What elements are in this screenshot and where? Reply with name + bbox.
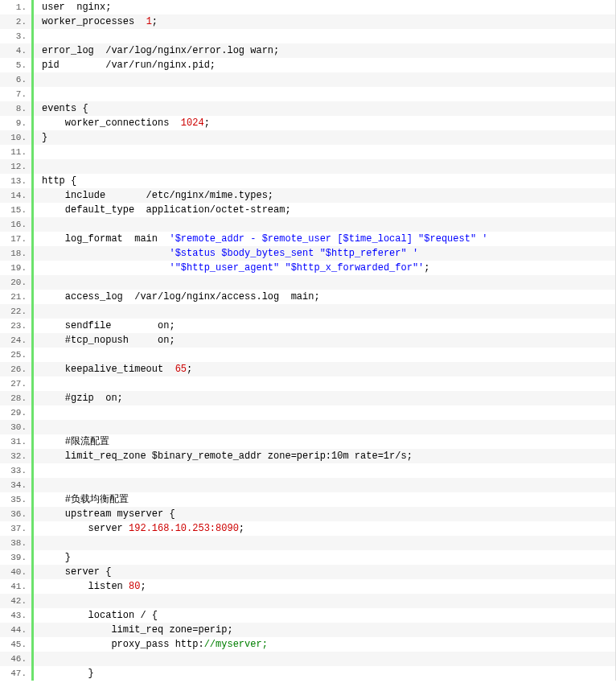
code-content: server 192.168.10.253:8090; — [34, 521, 244, 536]
code-content — [34, 217, 42, 232]
code-content: #gzip on; — [34, 391, 123, 405]
code-content — [34, 536, 42, 550]
line-number: 7. — [0, 87, 34, 101]
token: ; — [204, 117, 210, 129]
token: 1 — [146, 16, 152, 27]
code-content: pid /var/run/nginx.pid; — [34, 58, 216, 72]
line-number: 5. — [0, 58, 34, 72]
token: 80 — [129, 581, 140, 592]
line-number: 29. — [0, 405, 34, 420]
token: #负载均衡配置 — [42, 494, 129, 505]
code-line: 6. — [0, 72, 615, 87]
line-number: 34. — [0, 478, 34, 492]
code-content: '$status $body_bytes_sent "$http_referer… — [34, 246, 418, 261]
token: 1024 — [181, 117, 204, 129]
token: '$remote_addr - $remote_user [$time_loca… — [169, 233, 487, 245]
code-content — [34, 29, 42, 43]
code-content: } — [34, 130, 47, 145]
line-number: 24. — [0, 333, 34, 348]
token: listen — [42, 581, 129, 592]
code-line: 46. — [0, 652, 615, 666]
line-number: 27. — [0, 376, 34, 391]
code-content: error_log /var/log/nginx/error.log warn; — [34, 43, 279, 58]
line-number: 13. — [0, 174, 34, 188]
code-line: 16. — [0, 217, 615, 232]
code-line: 21. access_log /var/log/nginx/access.log… — [0, 290, 615, 304]
code-content: limit_req zone=perip; — [34, 623, 233, 637]
line-number: 43. — [0, 608, 34, 623]
code-line: 25. — [0, 348, 615, 362]
code-line: 13.http { — [0, 174, 615, 188]
code-line: 43. location / { — [0, 608, 615, 623]
token: ; — [239, 523, 244, 534]
code-line: 40. server { — [0, 565, 615, 579]
code-content — [34, 87, 42, 101]
code-content — [34, 652, 42, 666]
code-content — [34, 72, 42, 87]
code-line: 22. — [0, 304, 615, 319]
token: } — [42, 132, 47, 143]
line-number: 33. — [0, 463, 34, 478]
line-number: 35. — [0, 492, 34, 507]
token: events { — [42, 103, 88, 114]
line-number: 44. — [0, 623, 34, 637]
code-line: 17. log_format main '$remote_addr - $rem… — [0, 232, 615, 246]
code-line: 8.events { — [0, 101, 615, 116]
code-line: 12. — [0, 159, 615, 174]
token: include /etc/nginx/mime.types; — [42, 190, 273, 201]
code-line: 27. — [0, 376, 615, 391]
code-content: #限流配置 — [34, 434, 109, 449]
code-line: 34. — [0, 478, 615, 492]
code-content: http { — [34, 174, 76, 188]
token: default_type application/octet-stream; — [42, 204, 291, 216]
code-content: #负载均衡配置 — [34, 492, 129, 507]
token: upstream myserver { — [42, 508, 175, 520]
code-content — [34, 159, 42, 174]
line-number: 45. — [0, 637, 34, 652]
line-number: 20. — [0, 275, 34, 290]
line-number: 6. — [0, 72, 34, 87]
code-content: proxy_pass http://myserver; — [34, 637, 268, 652]
code-line: 37. server 192.168.10.253:8090; — [0, 521, 615, 536]
line-number: 37. — [0, 521, 34, 536]
code-line: 20. — [0, 275, 615, 290]
code-content: access_log /var/log/nginx/access.log mai… — [34, 290, 320, 304]
line-number: 47. — [0, 666, 34, 681]
token: ; — [187, 364, 192, 375]
line-number: 10. — [0, 130, 34, 145]
line-number: 39. — [0, 550, 34, 565]
code-line: 36. upstream myserver { — [0, 507, 615, 521]
code-line: 18. '$status $body_bytes_sent "$http_ref… — [0, 246, 615, 261]
token: error_log /var/log/nginx/error.log warn; — [42, 45, 279, 56]
code-line: 39. } — [0, 550, 615, 565]
line-number: 2. — [0, 14, 34, 29]
line-number: 16. — [0, 217, 34, 232]
token: access_log /var/log/nginx/access.log mai… — [42, 291, 320, 302]
code-line: 26. keepalive_timeout 65; — [0, 362, 615, 376]
line-number: 28. — [0, 391, 34, 405]
code-content — [34, 145, 42, 159]
line-number: 32. — [0, 449, 34, 463]
line-number: 19. — [0, 261, 34, 275]
line-number: 21. — [0, 290, 34, 304]
token: } — [42, 668, 94, 679]
token: limit_req_zone $binary_remote_addr zone=… — [42, 451, 413, 462]
line-number: 14. — [0, 188, 34, 203]
line-number: 8. — [0, 101, 34, 116]
code-content: user nginx; — [34, 0, 111, 14]
code-line: 11. — [0, 145, 615, 159]
code-content — [34, 420, 42, 434]
token: } — [42, 552, 71, 563]
code-content: include /etc/nginx/mime.types; — [34, 188, 273, 203]
code-content — [34, 376, 42, 391]
code-line: 45. proxy_pass http://myserver; — [0, 637, 615, 652]
line-number: 25. — [0, 348, 34, 362]
token: location / { — [42, 610, 158, 621]
code-line: 29. — [0, 405, 615, 420]
code-line: 31. #限流配置 — [0, 434, 615, 449]
line-number: 22. — [0, 304, 34, 319]
line-number: 11. — [0, 145, 34, 159]
code-content: events { — [34, 101, 88, 116]
code-content: sendfile on; — [34, 319, 175, 333]
line-number: 30. — [0, 420, 34, 434]
